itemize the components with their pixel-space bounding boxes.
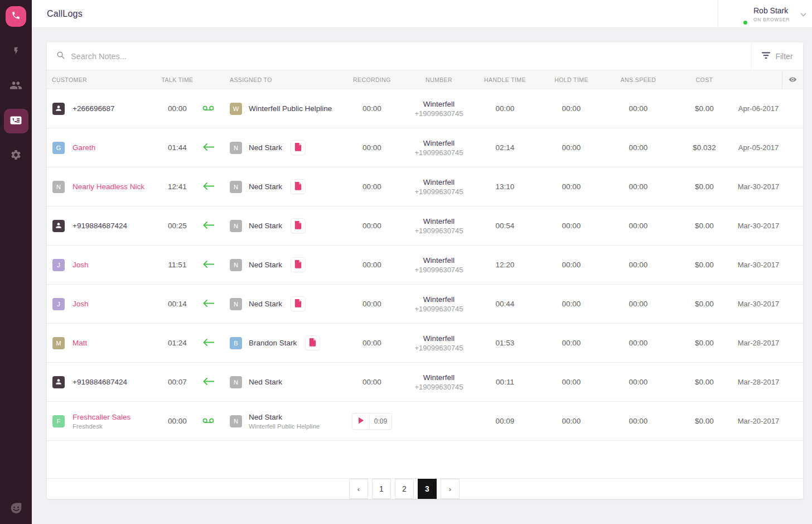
- handle-time: 13:10: [470, 182, 540, 191]
- number-phone: +19099630745: [408, 227, 470, 235]
- talk-time: 12:41: [161, 182, 194, 191]
- table-row[interactable]: JJosh00:14NNed Stark00:00Winterfell+1909…: [47, 285, 803, 324]
- topbar: CallLogs R Rob Stark ON BROWSER: [32, 0, 812, 28]
- talk-time: 01:44: [161, 143, 194, 152]
- user-menu[interactable]: R Rob Stark ON BROWSER: [718, 0, 812, 28]
- table-row[interactable]: MMatt01:24BBrandon Stark00:00Winterfell+…: [47, 324, 803, 363]
- agent-name-wrap: Ned Stark: [249, 378, 282, 386]
- pagination-page-1[interactable]: 1: [372, 479, 391, 499]
- eye-icon: [789, 75, 797, 85]
- play-icon: [358, 417, 364, 426]
- freshworks-logo-icon[interactable]: [9, 501, 23, 517]
- app-logo[interactable]: [6, 6, 26, 27]
- table-row[interactable]: JJosh11:51NNed Stark00:00Winterfell+1909…: [47, 246, 803, 285]
- sidebar-item-settings[interactable]: [4, 143, 28, 168]
- agent-name: Ned Stark: [249, 182, 282, 191]
- customer-cell: +919884687424: [47, 220, 161, 232]
- pagination-prev-button[interactable]: ‹: [349, 479, 368, 499]
- call-date: Mar-30-2017: [735, 222, 782, 230]
- customer-name: +919884687424: [72, 378, 127, 386]
- page-title: CallLogs: [47, 0, 83, 28]
- customer-name[interactable]: Josh: [72, 300, 89, 308]
- number-phone: +19099630745: [408, 188, 470, 196]
- note-button[interactable]: [305, 335, 320, 350]
- recording-time: 00:00: [336, 339, 408, 347]
- agent-name: Ned Stark: [249, 222, 282, 230]
- filter-button[interactable]: Filter: [751, 42, 803, 70]
- filter-label: Filter: [775, 52, 792, 61]
- col-header-talk-time: TALK TIME: [161, 76, 194, 83]
- recording-player[interactable]: 0:09: [352, 413, 392, 430]
- recording-time: 00:00: [336, 378, 408, 386]
- agent-name: Ned Stark: [249, 261, 282, 269]
- user-meta: Rob Stark ON BROWSER: [753, 6, 800, 22]
- direction-cell: [194, 104, 222, 113]
- col-header-ans-speed: ANS.SPEED: [603, 76, 674, 83]
- search-box[interactable]: [47, 42, 751, 70]
- table-header: CUSTOMER TALK TIME ASSIGNED TO RECORDING…: [47, 70, 803, 89]
- play-button[interactable]: [352, 414, 370, 429]
- note-button[interactable]: [291, 140, 306, 155]
- sidebar-item-call-logs[interactable]: [4, 109, 28, 133]
- customer-name-wrap: Nearly Headless Nick: [72, 182, 144, 191]
- sidebar-item-dialer[interactable]: [4, 40, 28, 64]
- call-date: Mar-30-2017: [735, 261, 782, 269]
- agent-name: Brandon Stark: [249, 339, 297, 347]
- table-row[interactable]: +91988468742400:07NNed Stark00:00Winterf…: [47, 363, 803, 402]
- agent-avatar: N: [230, 220, 242, 232]
- number-phone: +19099630745: [408, 109, 470, 118]
- customer-name[interactable]: Gareth: [72, 143, 95, 152]
- note-icon: [309, 338, 316, 348]
- customer-name-wrap: Matt: [72, 339, 87, 347]
- user-status: ON BROWSER: [753, 17, 800, 22]
- pagination: ‹ 1 2 3 ›: [47, 478, 803, 499]
- handle-time: 02:14: [470, 143, 540, 152]
- talk-time: 00:14: [161, 300, 194, 308]
- ans-speed: 00:00: [603, 417, 674, 425]
- sidebar-item-contacts[interactable]: [4, 74, 28, 99]
- anonymous-avatar: [52, 103, 65, 115]
- table-row[interactable]: +91988468742400:25NNed Stark00:00Winterf…: [47, 206, 803, 246]
- table-row[interactable]: GGareth01:44NNed Stark00:00Winterfell+19…: [47, 128, 803, 167]
- assigned-cell: WWinterfell Public Helpline: [222, 103, 336, 115]
- table-row[interactable]: +26669668700:00WWinterfell Public Helpli…: [47, 89, 803, 128]
- agent-name-wrap: Winterfell Public Helpline: [249, 104, 332, 113]
- number-phone: +19099630745: [408, 305, 470, 313]
- agent-avatar: N: [230, 181, 242, 193]
- incoming-call-icon: [202, 299, 215, 309]
- customer-cell: FFreshcaller SalesFreshdesk: [47, 413, 161, 430]
- agent-avatar: N: [230, 415, 242, 427]
- number-name: Winterfell: [408, 334, 470, 343]
- assigned-cell: NNed Stark: [222, 296, 336, 311]
- note-button[interactable]: [291, 218, 306, 233]
- note-button[interactable]: [291, 179, 306, 194]
- number-name: Winterfell: [408, 178, 470, 186]
- agent-name: Ned Stark: [249, 300, 282, 308]
- customer-name[interactable]: Freshcaller Sales: [72, 413, 130, 421]
- col-header-cost: COST: [674, 76, 735, 83]
- talk-time: 00:00: [161, 104, 194, 113]
- pagination-page-2[interactable]: 2: [395, 479, 414, 499]
- column-visibility-button[interactable]: [782, 70, 803, 89]
- customer-avatar: J: [52, 298, 65, 310]
- note-button[interactable]: [291, 296, 306, 311]
- search-input[interactable]: [71, 52, 405, 61]
- talk-time: 00:07: [161, 378, 194, 386]
- pagination-page-3[interactable]: 3: [418, 479, 437, 499]
- note-button[interactable]: [291, 257, 306, 272]
- pagination-next-button[interactable]: ›: [441, 479, 460, 499]
- customer-name[interactable]: Nearly Headless Nick: [72, 182, 144, 191]
- online-status-dot: [742, 20, 748, 26]
- customer-name[interactable]: Josh: [72, 261, 89, 269]
- table-row[interactable]: NNearly Headless Nick12:41NNed Stark00:0…: [47, 167, 803, 206]
- table-row[interactable]: FFreshcaller SalesFreshdesk00:00NNed Sta…: [47, 402, 803, 441]
- handle-time: 01:53: [470, 339, 540, 347]
- incoming-call-icon: [202, 338, 215, 348]
- hold-time: 00:00: [540, 300, 603, 308]
- call-date: Mar-20-2017: [735, 417, 782, 425]
- cost: $0.00: [674, 222, 735, 230]
- customer-avatar: J: [52, 259, 65, 271]
- number-name: Winterfell: [408, 139, 470, 147]
- customer-name[interactable]: Matt: [72, 339, 87, 347]
- gear-icon: [10, 149, 22, 163]
